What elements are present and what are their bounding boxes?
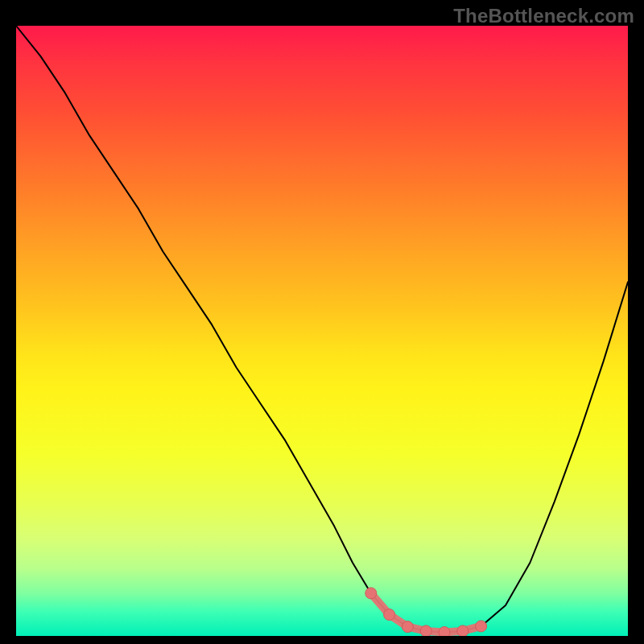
plot-area	[16, 26, 628, 636]
optimum-markers	[365, 588, 487, 636]
svg-point-3	[420, 625, 431, 636]
svg-point-6	[476, 621, 487, 632]
svg-point-5	[457, 625, 469, 636]
svg-point-2	[402, 621, 413, 633]
svg-point-1	[384, 609, 395, 621]
svg-point-4	[439, 627, 450, 637]
chart-overlay	[16, 26, 628, 636]
svg-point-0	[365, 588, 377, 599]
bottleneck-curve	[16, 26, 628, 633]
watermark: TheBottleneck.com	[453, 5, 634, 27]
chart-frame: TheBottleneck.com	[0, 0, 644, 644]
